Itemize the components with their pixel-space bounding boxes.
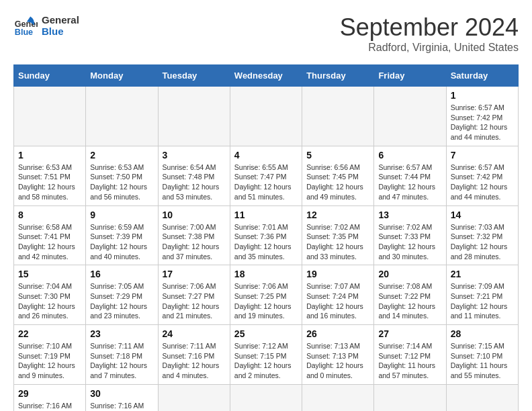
calendar-week-row: 15Sunrise: 7:04 AMSunset: 7:30 PMDayligh… (14, 265, 519, 325)
day-number: 30 (90, 388, 153, 399)
day-number: 8 (18, 210, 81, 220)
day-number: 10 (163, 210, 226, 220)
day-info: Sunrise: 7:11 AMSunset: 7:18 PMDaylight:… (90, 341, 153, 381)
day-info: Sunrise: 7:00 AMSunset: 7:38 PMDaylight:… (163, 222, 226, 262)
table-row: 28Sunrise: 7:15 AMSunset: 7:10 PMDayligh… (446, 325, 518, 385)
day-number: 6 (378, 150, 441, 161)
day-info: Sunrise: 7:15 AMSunset: 7:10 PMDaylight:… (451, 341, 514, 381)
table-row (158, 384, 230, 411)
day-info: Sunrise: 6:55 AMSunset: 7:47 PMDaylight:… (234, 163, 298, 202)
table-row: 1Sunrise: 6:53 AMSunset: 7:51 PMDaylight… (14, 146, 86, 205)
day-info: Sunrise: 7:08 AMSunset: 7:22 PMDaylight:… (378, 281, 441, 321)
day-number: 4 (234, 150, 298, 161)
table-row (86, 87, 158, 146)
day-info: Sunrise: 7:14 AMSunset: 7:12 PMDaylight:… (378, 341, 441, 381)
day-info: Sunrise: 7:01 AMSunset: 7:36 PMDaylight:… (234, 222, 298, 262)
day-info: Sunrise: 6:54 AMSunset: 7:48 PMDaylight:… (163, 163, 226, 202)
day-number: 24 (163, 328, 226, 339)
table-row (374, 384, 446, 411)
table-row: 14Sunrise: 7:03 AMSunset: 7:32 PMDayligh… (446, 205, 518, 265)
day-number: 11 (234, 210, 298, 220)
logo: General Blue General Blue (13, 13, 79, 38)
svg-text:Blue: Blue (15, 28, 33, 37)
table-row: 27Sunrise: 7:14 AMSunset: 7:12 PMDayligh… (374, 325, 446, 385)
table-row (302, 384, 374, 411)
day-number: 13 (378, 210, 441, 220)
day-info: Sunrise: 7:04 AMSunset: 7:30 PMDaylight:… (18, 281, 81, 321)
table-row: 1Sunrise: 6:57 AMSunset: 7:42 PMDaylight… (446, 87, 518, 146)
table-row: 13Sunrise: 7:02 AMSunset: 7:33 PMDayligh… (374, 205, 446, 265)
day-number: 28 (451, 328, 514, 339)
header-friday: Friday (374, 65, 446, 87)
day-number: 16 (90, 269, 153, 279)
day-number: 21 (451, 269, 514, 279)
header-monday: Monday (86, 65, 158, 87)
day-number: 26 (306, 328, 369, 339)
table-row: 5Sunrise: 6:56 AMSunset: 7:45 PMDaylight… (302, 146, 374, 205)
calendar-week-row: 1Sunrise: 6:57 AMSunset: 7:42 PMDaylight… (14, 87, 519, 146)
table-row: 30Sunrise: 7:16 AMSunset: 7:07 PMDayligh… (86, 384, 158, 411)
header-wednesday: Wednesday (230, 65, 302, 87)
table-row: 4Sunrise: 6:55 AMSunset: 7:47 PMDaylight… (230, 146, 302, 205)
table-row: 20Sunrise: 7:08 AMSunset: 7:22 PMDayligh… (374, 265, 446, 325)
day-info: Sunrise: 7:12 AMSunset: 7:15 PMDaylight:… (234, 341, 298, 381)
logo-blue: Blue (42, 26, 79, 37)
day-number: 3 (163, 150, 226, 161)
day-info: Sunrise: 6:57 AMSunset: 7:42 PMDaylight:… (451, 163, 514, 202)
day-number: 2 (90, 150, 153, 161)
table-row: 7Sunrise: 6:57 AMSunset: 7:42 PMDaylight… (446, 146, 518, 205)
day-number: 19 (306, 269, 369, 279)
table-row: 3Sunrise: 6:54 AMSunset: 7:48 PMDaylight… (158, 146, 230, 205)
calendar-header-row: Sunday Monday Tuesday Wednesday Thursday… (14, 65, 519, 87)
table-row: 25Sunrise: 7:12 AMSunset: 7:15 PMDayligh… (230, 325, 302, 385)
day-info: Sunrise: 7:06 AMSunset: 7:27 PMDaylight:… (163, 281, 226, 321)
day-info: Sunrise: 6:58 AMSunset: 7:41 PMDaylight:… (18, 222, 81, 262)
day-info: Sunrise: 7:02 AMSunset: 7:35 PMDaylight:… (306, 222, 369, 262)
day-info: Sunrise: 6:59 AMSunset: 7:39 PMDaylight:… (90, 222, 153, 262)
table-row: 19Sunrise: 7:07 AMSunset: 7:24 PMDayligh… (302, 265, 374, 325)
table-row: 15Sunrise: 7:04 AMSunset: 7:30 PMDayligh… (14, 265, 86, 325)
table-row: 6Sunrise: 6:57 AMSunset: 7:44 PMDaylight… (374, 146, 446, 205)
table-row: 16Sunrise: 7:05 AMSunset: 7:29 PMDayligh… (86, 265, 158, 325)
table-row (374, 87, 446, 146)
day-number: 17 (163, 269, 226, 279)
day-info: Sunrise: 7:03 AMSunset: 7:32 PMDaylight:… (451, 222, 514, 262)
location-subtitle: Radford, Virginia, United States (340, 42, 519, 54)
table-row: 10Sunrise: 7:00 AMSunset: 7:38 PMDayligh… (158, 205, 230, 265)
calendar-week-row: 8Sunrise: 6:58 AMSunset: 7:41 PMDaylight… (14, 205, 519, 265)
header: General Blue General Blue September 2024… (13, 13, 519, 54)
calendar-week-row: 29Sunrise: 7:16 AMSunset: 7:09 PMDayligh… (14, 384, 519, 411)
table-row (230, 384, 302, 411)
day-info: Sunrise: 7:13 AMSunset: 7:13 PMDaylight:… (306, 341, 369, 381)
header-thursday: Thursday (302, 65, 374, 87)
day-number: 29 (18, 388, 81, 399)
calendar-week-row: 1Sunrise: 6:53 AMSunset: 7:51 PMDaylight… (14, 146, 519, 205)
table-row: 21Sunrise: 7:09 AMSunset: 7:21 PMDayligh… (446, 265, 518, 325)
calendar-week-row: 22Sunrise: 7:10 AMSunset: 7:19 PMDayligh… (14, 325, 519, 385)
day-number: 22 (18, 328, 81, 339)
header-saturday: Saturday (446, 65, 518, 87)
day-number: 18 (234, 269, 298, 279)
day-number: 14 (451, 210, 514, 220)
table-row (158, 87, 230, 146)
table-row (14, 87, 86, 146)
day-info: Sunrise: 7:10 AMSunset: 7:19 PMDaylight:… (18, 341, 81, 381)
day-number: 7 (451, 150, 514, 161)
table-row: 17Sunrise: 7:06 AMSunset: 7:27 PMDayligh… (158, 265, 230, 325)
day-info: Sunrise: 7:16 AMSunset: 7:09 PMDaylight:… (18, 401, 81, 411)
table-row: 9Sunrise: 6:59 AMSunset: 7:39 PMDaylight… (86, 205, 158, 265)
day-number: 5 (306, 150, 369, 161)
day-number: 23 (90, 328, 153, 339)
day-number: 1 (451, 90, 514, 101)
day-number: 1 (18, 150, 81, 161)
day-info: Sunrise: 6:53 AMSunset: 7:51 PMDaylight:… (18, 163, 81, 202)
day-info: Sunrise: 7:11 AMSunset: 7:16 PMDaylight:… (163, 341, 226, 381)
day-info: Sunrise: 7:07 AMSunset: 7:24 PMDaylight:… (306, 281, 369, 321)
day-number: 20 (378, 269, 441, 279)
table-row: 11Sunrise: 7:01 AMSunset: 7:36 PMDayligh… (230, 205, 302, 265)
day-info: Sunrise: 7:06 AMSunset: 7:25 PMDaylight:… (234, 281, 298, 321)
day-info: Sunrise: 7:05 AMSunset: 7:29 PMDaylight:… (90, 281, 153, 321)
title-section: September 2024 Radford, Virginia, United… (340, 13, 519, 54)
day-number: 25 (234, 328, 298, 339)
month-title: September 2024 (340, 13, 519, 42)
